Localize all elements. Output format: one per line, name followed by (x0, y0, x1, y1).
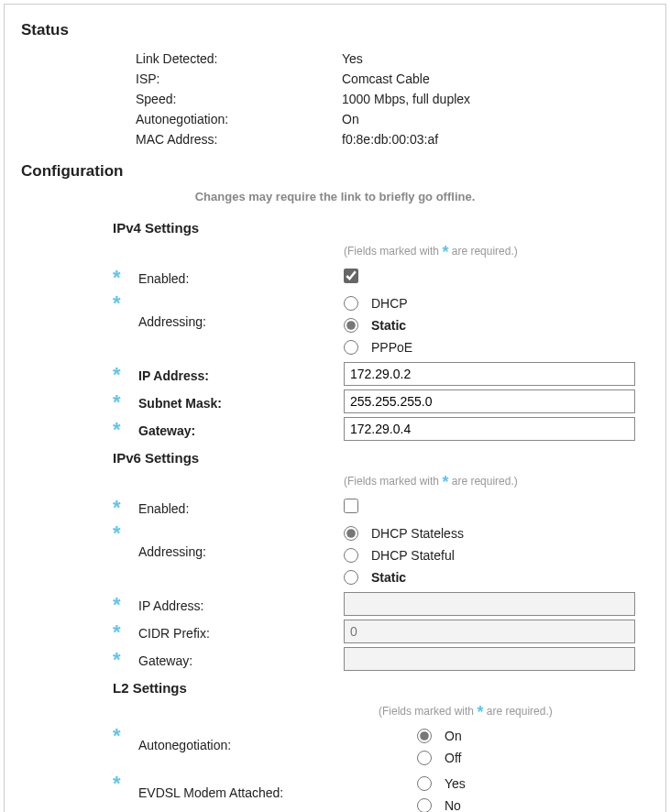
ipv6-addressing-label: Addressing: (138, 522, 344, 559)
config-panel: Status Link Detected: Yes ISP: Comcast C… (4, 4, 666, 812)
ipv6-cidr-input[interactable] (344, 620, 635, 643)
ipv6-gateway-row: * Gateway: (113, 647, 649, 671)
ipv4-addressing-row: * Addressing: DHCP Static PPPoE (113, 292, 649, 358)
ipv4-enabled-label: Enabled: (138, 268, 344, 286)
l2-off-radio[interactable] (417, 751, 432, 765)
status-block: Link Detected: Yes ISP: Comcast Cable Sp… (136, 49, 649, 149)
ipv6-ip-input[interactable] (344, 592, 635, 616)
asterisk-icon: * (113, 419, 138, 439)
asterisk-icon: * (113, 725, 138, 745)
l2-on-radio[interactable] (417, 729, 432, 743)
ipv6-stateful-label: DHCP Stateful (369, 544, 455, 566)
ipv6-ip-label: IP Address: (138, 595, 344, 613)
status-value: On (342, 109, 359, 129)
status-value: Yes (342, 49, 363, 69)
status-label: Autonegotiation: (136, 109, 342, 129)
ipv4-gateway-row: * Gateway: (113, 417, 649, 441)
ipv4-ip-row: * IP Address: (113, 362, 649, 386)
status-row-link: Link Detected: Yes (136, 49, 649, 69)
ipv6-cidr-row: * CIDR Prefix: (113, 620, 649, 643)
required-note: (Fields marked with * are required.) (344, 245, 649, 258)
l2-autoneg-row: * Autonegotiation: On Off (113, 725, 649, 769)
asterisk-icon: * (113, 364, 138, 384)
ipv4-dhcp-radio[interactable] (344, 296, 358, 311)
configuration-header: Configuration (21, 162, 649, 181)
asterisk-icon: * (113, 594, 138, 614)
ipv4-ip-label: IP Address: (138, 365, 344, 383)
ipv4-enabled-checkbox[interactable] (344, 269, 358, 283)
ipv4-pppoe-radio[interactable] (344, 340, 358, 355)
l2-yes-label: Yes (443, 773, 466, 795)
status-label: ISP: (136, 69, 342, 89)
ipv4-subnet-row: * Subnet Mask: (113, 390, 649, 413)
ipv6-gateway-label: Gateway: (138, 650, 344, 668)
l2-section: L2 Settings (Fields marked with * are re… (113, 680, 649, 812)
ipv4-subnet-label: Subnet Mask: (138, 392, 344, 411)
ipv6-static-label: Static (369, 566, 406, 588)
required-note: (Fields marked with * are required.) (344, 475, 649, 488)
ipv6-stateful-radio[interactable] (344, 548, 358, 563)
ipv6-gateway-input[interactable] (344, 647, 635, 671)
status-label: MAC Address: (136, 129, 342, 149)
status-value: 1000 Mbps, full duplex (342, 89, 470, 109)
asterisk-icon: * (113, 292, 138, 313)
l2-evdsl-row: * EVDSL Modem Attached: Yes No (113, 773, 649, 812)
status-label: Speed: (136, 89, 342, 109)
ipv4-dhcp-label: DHCP (369, 292, 408, 314)
ipv6-cidr-label: CIDR Prefix: (138, 622, 344, 641)
ipv4-static-label: Static (369, 314, 406, 336)
ipv6-addressing-row: * Addressing: DHCP Stateless DHCP Statef… (113, 522, 649, 588)
ipv6-enabled-checkbox[interactable] (344, 499, 358, 513)
status-label: Link Detected: (136, 49, 342, 69)
ipv4-static-radio[interactable] (344, 318, 358, 333)
config-note: Changes may require the link to briefly … (21, 190, 649, 203)
status-row-autoneg: Autonegotiation: On (136, 109, 649, 129)
ipv4-gateway-input[interactable] (344, 417, 635, 441)
asterisk-icon: * (113, 267, 138, 287)
asterisk-icon: * (113, 649, 138, 669)
asterisk-icon: * (113, 621, 138, 642)
l2-yes-radio[interactable] (417, 776, 432, 791)
l2-evdsl-label: EVDSL Modem Attached: (138, 773, 380, 800)
asterisk-icon: * (113, 522, 138, 543)
l2-header: L2 Settings (113, 680, 649, 696)
l2-on-label: On (443, 725, 462, 747)
status-row-speed: Speed: 1000 Mbps, full duplex (136, 89, 649, 109)
ipv4-subnet-input[interactable] (344, 390, 635, 413)
ipv4-gateway-label: Gateway: (138, 420, 344, 438)
ipv6-stateless-radio[interactable] (344, 526, 358, 541)
status-value: f0:8e:db:00:03:af (342, 129, 438, 149)
ipv6-static-radio[interactable] (344, 570, 358, 585)
l2-no-radio[interactable] (417, 798, 432, 812)
asterisk-icon: * (113, 773, 138, 793)
required-note: (Fields marked with * are required.) (379, 705, 649, 718)
ipv4-ip-input[interactable] (344, 362, 635, 386)
ipv4-header: IPv4 Settings (113, 220, 649, 236)
ipv4-enabled-row: * Enabled: (113, 265, 649, 289)
status-row-mac: MAC Address: f0:8e:db:00:03:af (136, 129, 649, 149)
asterisk-icon: * (113, 391, 138, 411)
ipv6-enabled-row: * Enabled: (113, 495, 649, 519)
ipv6-ip-row: * IP Address: (113, 592, 649, 616)
ipv4-section: IPv4 Settings (Fields marked with * are … (113, 220, 649, 441)
ipv6-section: IPv6 Settings (Fields marked with * are … (113, 450, 649, 671)
status-header: Status (21, 21, 649, 39)
status-value: Comcast Cable (342, 69, 430, 89)
ipv6-stateless-label: DHCP Stateless (369, 522, 464, 544)
status-row-isp: ISP: Comcast Cable (136, 69, 649, 89)
ipv4-addressing-label: Addressing: (138, 292, 344, 329)
ipv6-header: IPv6 Settings (113, 450, 649, 466)
l2-no-label: No (443, 795, 461, 812)
l2-autoneg-label: Autonegotiation: (138, 725, 380, 752)
ipv6-enabled-label: Enabled: (138, 498, 344, 516)
asterisk-icon: * (113, 497, 138, 517)
ipv4-pppoe-label: PPPoE (369, 336, 412, 358)
l2-off-label: Off (443, 747, 461, 769)
